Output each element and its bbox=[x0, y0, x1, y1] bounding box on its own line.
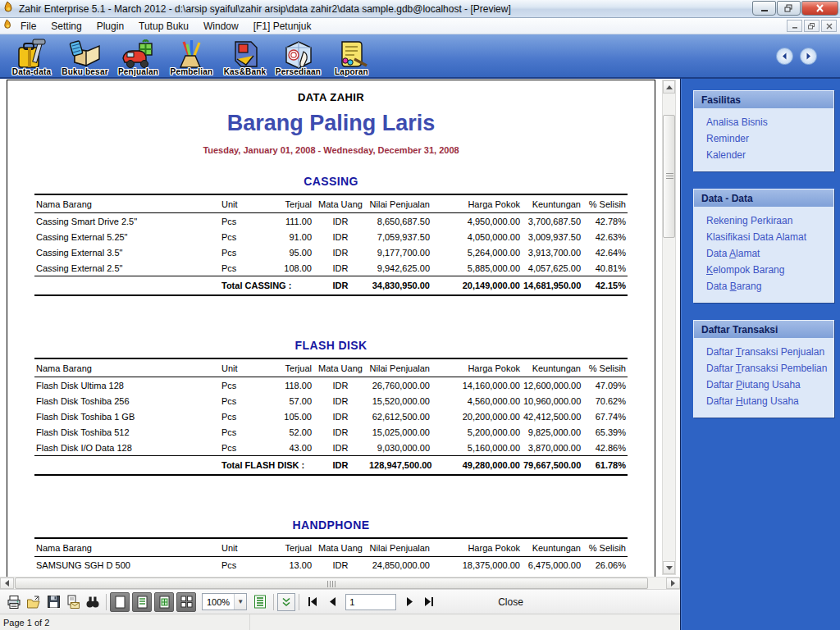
total-currency: IDR bbox=[313, 276, 368, 296]
toolbar-persediaan-button[interactable]: Persediaan bbox=[272, 38, 325, 76]
export-button[interactable] bbox=[63, 592, 83, 612]
vertical-scrollbar[interactable] bbox=[662, 80, 676, 575]
table-cell: 9,177,700.00 bbox=[368, 244, 431, 260]
table-cell: 42.86% bbox=[582, 440, 628, 456]
arrow-left-icon bbox=[5, 580, 9, 587]
sidebar-link-reminder[interactable]: Reminder bbox=[694, 130, 830, 147]
continuous-view-button[interactable] bbox=[250, 592, 270, 612]
v-scroll-thumb[interactable] bbox=[663, 115, 675, 238]
sidebar-link-daftar-piutang-usaha[interactable]: Daftar Piutang Usaha bbox=[694, 377, 830, 393]
table-total-row: Total FLASH DISK :IDR128,947,500.0049,28… bbox=[34, 456, 628, 476]
sidebar-link-kalender[interactable]: Kalender bbox=[694, 147, 830, 163]
column-header: % Selisih bbox=[582, 538, 628, 557]
table-cell: Pcs bbox=[220, 244, 261, 260]
sidebar-link-analisa-bisnis[interactable]: Analisa Bisnis bbox=[694, 114, 830, 130]
column-header: Nilai Penjualan bbox=[368, 358, 431, 377]
sidebar-link-daftar-transaksi-penjualan[interactable]: Daftar Transaksi Penjualan bbox=[694, 344, 830, 360]
sidebar-link-daftar-hutang-usaha[interactable]: Daftar Hutang Usaha bbox=[694, 393, 830, 409]
module-toolbar: Data-dataBuku besarPenjualanPembelianKas… bbox=[0, 34, 840, 79]
sidebar-link-daftar-transaksi-pembelian[interactable]: Daftar Transaksi Pembelian bbox=[694, 360, 830, 377]
scroll-down-button[interactable] bbox=[663, 561, 675, 574]
menu-window[interactable]: Window bbox=[196, 19, 246, 34]
nav-prev-icon bbox=[329, 597, 336, 606]
toolbar-penjualan-button[interactable]: Penjualan bbox=[112, 38, 165, 76]
back-button[interactable] bbox=[776, 48, 793, 65]
total-value: 14,681,950.00 bbox=[522, 276, 582, 296]
toolbar-buku-besar-button[interactable]: Buku besar bbox=[58, 38, 112, 76]
column-header: % Selisih bbox=[582, 358, 628, 377]
forward-button[interactable] bbox=[800, 48, 817, 65]
zahir-menu-icon bbox=[3, 19, 13, 33]
forward-circle-icon bbox=[805, 52, 812, 60]
sidebar-link-data-barang[interactable]: Data Barang bbox=[694, 278, 830, 294]
view-multipage-button[interactable] bbox=[176, 592, 196, 612]
page-number-input[interactable] bbox=[345, 594, 396, 610]
sidebar-link-klasifikasi-data-alamat[interactable]: Klasifikasi Data Alamat bbox=[694, 229, 830, 245]
table-cell: 3,870,000.00 bbox=[522, 440, 582, 456]
menu-setting[interactable]: Setting bbox=[43, 19, 89, 34]
continuous-list-icon bbox=[253, 595, 267, 609]
toolbar-laporan-button[interactable]: Laporan bbox=[325, 38, 378, 76]
arrow-up-icon bbox=[666, 85, 673, 89]
restore-button[interactable] bbox=[777, 1, 801, 16]
table-cell: 111.00 bbox=[261, 213, 313, 230]
next-page-button[interactable] bbox=[399, 592, 419, 612]
table-cell: 108.00 bbox=[261, 260, 313, 276]
nav-next-icon bbox=[406, 597, 413, 606]
preview-column: DATA ZAHIR Barang Paling Laris Tuesday, … bbox=[0, 79, 681, 630]
mdi-restore-button[interactable] bbox=[804, 20, 819, 32]
table-cell: Pcs bbox=[220, 213, 261, 230]
print-button[interactable] bbox=[4, 592, 24, 612]
printer-icon bbox=[7, 595, 21, 609]
preview-close-button[interactable]: Close bbox=[490, 594, 532, 610]
column-header: Keuntungan bbox=[522, 194, 582, 213]
first-page-button[interactable] bbox=[303, 592, 322, 612]
mdi-close-button[interactable] bbox=[821, 20, 837, 32]
save-button[interactable] bbox=[43, 592, 63, 612]
sidebar-link-rekening-perkiraan[interactable]: Rekening Perkiraan bbox=[694, 212, 830, 229]
h-scroll-thumb[interactable] bbox=[15, 578, 648, 589]
horizontal-scrollbar[interactable] bbox=[0, 577, 680, 589]
zoom-dropdown[interactable]: 100% ▼ bbox=[202, 593, 247, 610]
panel-title: Data - Data bbox=[694, 189, 833, 207]
open-button[interactable] bbox=[24, 592, 43, 612]
view-page-width-button[interactable] bbox=[132, 592, 152, 612]
scroll-left-button[interactable] bbox=[0, 578, 14, 589]
table-cell: 3,700,687.50 bbox=[522, 213, 582, 230]
toolbar-kas-bank-button[interactable]: Kas&Bank bbox=[218, 38, 272, 76]
table-cell: 43.00 bbox=[261, 440, 313, 456]
table-cell: 14,160,000.00 bbox=[431, 377, 522, 394]
last-page-button[interactable] bbox=[419, 592, 439, 612]
sidebar-link-kelompok-barang[interactable]: Kelompok Barang bbox=[694, 262, 830, 278]
toolbar-pembelian-button[interactable]: Pembelian bbox=[165, 38, 218, 76]
sidebar-link-data-alamat[interactable]: Data Alamat bbox=[694, 245, 830, 262]
sidebar: FasilitasAnalisa BisnisReminderKalenderD… bbox=[681, 79, 840, 630]
menu-plugin[interactable]: Plugin bbox=[89, 19, 131, 34]
table-cell: 62,612,500.00 bbox=[368, 409, 431, 424]
preview-toolbar: 100% ▼ Close bbox=[0, 589, 680, 614]
table-cell bbox=[34, 456, 220, 476]
prev-page-button[interactable] bbox=[322, 592, 342, 612]
scroll-right-button[interactable] bbox=[666, 578, 680, 589]
menu-file[interactable]: File bbox=[13, 19, 43, 34]
table-cell: 4,057,625.00 bbox=[522, 260, 582, 276]
report-section-flash-disk: FLASH DISKNama BarangUnitTerjualMata Uan… bbox=[7, 339, 655, 476]
collapse-button[interactable] bbox=[277, 593, 295, 611]
toolbar-label: Laporan bbox=[335, 67, 368, 76]
minimize-button[interactable] bbox=[752, 1, 776, 16]
restore-icon bbox=[784, 4, 793, 12]
menu-tutup-buku[interactable]: Tutup Buku bbox=[131, 19, 196, 34]
table-cell: 8,650,687.50 bbox=[368, 213, 431, 230]
table-cell: Pcs bbox=[220, 409, 261, 424]
view-table-button[interactable] bbox=[154, 592, 174, 612]
find-button[interactable] bbox=[83, 592, 103, 612]
toolbar-data-data-button[interactable]: Data-data bbox=[5, 38, 58, 76]
close-button[interactable] bbox=[801, 1, 838, 16]
column-header: Nama Barang bbox=[34, 538, 220, 557]
menu-f1-petunjuk[interactable]: [F1] Petunjuk bbox=[246, 19, 319, 34]
chevron-down-icon[interactable]: ▼ bbox=[234, 594, 246, 609]
scroll-up-button[interactable] bbox=[663, 80, 675, 94]
mdi-minimize-button[interactable] bbox=[787, 20, 802, 32]
column-header: % Selisih bbox=[582, 194, 628, 213]
view-whole-page-button[interactable] bbox=[110, 592, 130, 612]
